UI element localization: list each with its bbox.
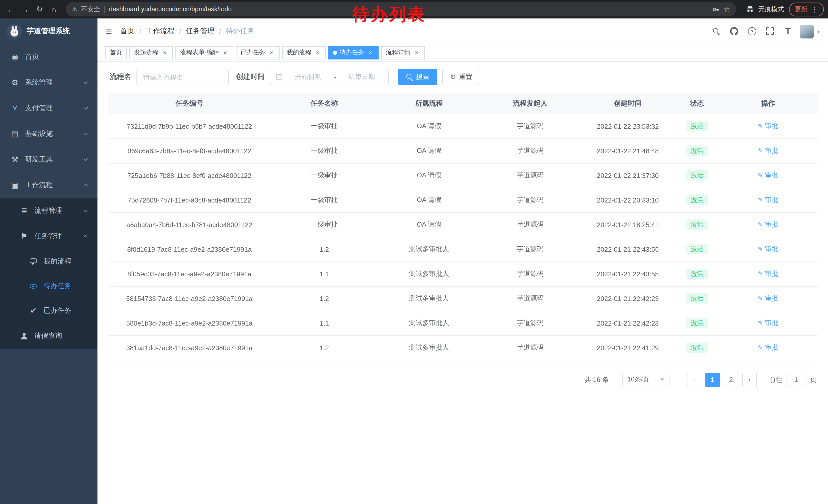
close-icon[interactable]: × bbox=[161, 49, 168, 56]
date-range-picker[interactable]: 开始日期 - 结束日期 bbox=[270, 69, 389, 85]
reload-icon[interactable]: ↻ bbox=[33, 3, 46, 16]
sidebar-collapse-icon[interactable]: ≡ bbox=[106, 26, 112, 37]
starter-cell: 芋道源码 bbox=[481, 237, 580, 262]
approve-link[interactable]: ✎ 审批 bbox=[758, 171, 778, 180]
created-cell: 2022-01-22 20:33:10 bbox=[580, 188, 676, 212]
sidebar-item-done-tasks[interactable]: ✔ 已办任务 bbox=[0, 299, 97, 323]
approve-link[interactable]: ✎ 审批 bbox=[758, 269, 778, 278]
close-icon[interactable]: × bbox=[367, 49, 374, 56]
sidebar-item-task-mgmt[interactable]: ⚑ 任务管理 bbox=[0, 224, 97, 249]
approve-label: 审批 bbox=[765, 318, 778, 328]
check-icon: ✔ bbox=[29, 306, 38, 315]
close-icon[interactable]: × bbox=[222, 49, 229, 56]
sidebar-item-payment[interactable]: ¥ 支付管理 bbox=[0, 95, 97, 121]
sidebar-logo[interactable]: 芋道管理系统 bbox=[0, 18, 97, 44]
created-cell: 2022-01-22 21:48:48 bbox=[580, 138, 676, 163]
task-row[interactable]: 381aa1dd-7ac8-11ec-a9e2-a2380e71991a 1.2… bbox=[108, 335, 818, 360]
approve-link[interactable]: ✎ 审批 bbox=[758, 122, 778, 131]
page-size-select[interactable]: 10条/页 bbox=[622, 372, 669, 387]
approve-link[interactable]: ✎ 审批 bbox=[758, 343, 778, 352]
search-icon[interactable] bbox=[710, 25, 722, 38]
task-row[interactable]: 58154733-7ac8-11ec-a9e2-a2380e71991a 1.2… bbox=[108, 286, 818, 311]
chevron-down-icon bbox=[84, 156, 88, 161]
update-button[interactable]: 更新 ⋮ bbox=[789, 2, 824, 16]
help-icon[interactable]: ? bbox=[746, 25, 758, 38]
sidebar-item-process-mgmt[interactable]: ≣ 流程管理 bbox=[0, 198, 97, 224]
avatar[interactable] bbox=[800, 25, 814, 38]
home-icon[interactable]: ⌂ bbox=[47, 3, 60, 16]
task-id-cell: 8f059c03-7ac8-11ec-a9e2-a2380e71991a bbox=[108, 262, 271, 286]
fullscreen-icon[interactable] bbox=[764, 25, 776, 38]
page-button-2[interactable]: 2 bbox=[724, 372, 738, 387]
key-icon[interactable] bbox=[712, 5, 720, 13]
status-cell: 激活 bbox=[676, 114, 718, 138]
task-row[interactable]: 069c6a63-7b8a-11ec-8ef0-acde48001122 一级审… bbox=[108, 138, 818, 163]
status-cell: 激活 bbox=[676, 212, 718, 237]
font-size-icon[interactable]: T bbox=[782, 25, 794, 38]
caret-down-icon[interactable]: ▾ bbox=[817, 29, 820, 34]
tab-start-process[interactable]: 发起流程 × bbox=[129, 46, 173, 59]
approve-link[interactable]: ✎ 审批 bbox=[758, 294, 778, 303]
github-icon[interactable] bbox=[728, 25, 740, 38]
breadcrumb-home[interactable]: 首页 bbox=[120, 27, 135, 36]
approve-link[interactable]: ✎ 审批 bbox=[758, 318, 778, 328]
sidebar-item-my-processes[interactable]: 我的流程 bbox=[0, 249, 97, 274]
reset-button[interactable]: ↻ 重置 bbox=[442, 69, 480, 85]
task-row[interactable]: 75d72608-7b7f-11ec-a3c8-acde48001122 一级审… bbox=[108, 188, 818, 212]
breadcrumb-task-mgmt[interactable]: 任务管理 bbox=[186, 27, 214, 36]
starter-cell: 芋道源码 bbox=[481, 335, 580, 360]
search-button[interactable]: 搜索 bbox=[398, 69, 437, 85]
task-row[interactable]: 8f0d1619-7ac8-11ec-a9e2-a2380e71991a 1.2… bbox=[108, 237, 818, 262]
next-page-button[interactable]: › bbox=[742, 372, 757, 387]
goto-page-input[interactable] bbox=[786, 372, 806, 387]
goto-unit-label: 页 bbox=[810, 375, 817, 384]
starter-cell: 芋道源码 bbox=[481, 188, 580, 212]
tab-home[interactable]: 首页 bbox=[105, 46, 127, 59]
task-row[interactable]: 725a1eb6-7b88-11ec-8ef0-acde48001122 一级审… bbox=[108, 163, 818, 188]
task-row[interactable]: 73211d9d-7b9b-11ec-b5b7-acde48001122 一级审… bbox=[108, 114, 818, 138]
sidebar-item-workflow[interactable]: ▣ 工作流程 bbox=[0, 172, 97, 198]
sidebar-item-devtools[interactable]: ⚒ 研发工具 bbox=[0, 147, 97, 172]
pagination: 共 16 条 10条/页 ‹ 1 2 › 前往 页 bbox=[108, 372, 818, 387]
approve-label: 审批 bbox=[765, 343, 778, 352]
process-name-input[interactable] bbox=[136, 69, 229, 85]
forward-icon[interactable]: → bbox=[18, 3, 32, 16]
sidebar-item-todo-tasks[interactable]: 待办任务 bbox=[0, 274, 97, 299]
sidebar-item-system[interactable]: ⚙ 系统管理 bbox=[0, 70, 97, 95]
create-time-label: 创建时间 bbox=[236, 72, 265, 82]
task-name-cell: 1.2 bbox=[271, 286, 378, 311]
status-badge: 激活 bbox=[686, 195, 708, 205]
sidebar-item-leave-query[interactable]: 请假查询 bbox=[0, 323, 97, 349]
tab-process-detail[interactable]: 流程详情 × bbox=[381, 46, 425, 59]
tab-my-processes[interactable]: 我的流程 × bbox=[282, 46, 326, 59]
prev-page-button[interactable]: ‹ bbox=[687, 372, 701, 387]
approve-link[interactable]: ✎ 审批 bbox=[758, 146, 778, 155]
close-icon[interactable]: × bbox=[314, 49, 321, 56]
sidebar-item-label: 研发工具 bbox=[25, 155, 53, 164]
task-row[interactable]: a6aba0a4-7b6d-11ec-b781-acde48001122 一级审… bbox=[108, 212, 818, 237]
sidebar-item-home[interactable]: ◉ 首页 bbox=[0, 44, 97, 70]
process-cell: OA 请假 bbox=[378, 138, 481, 163]
close-icon[interactable]: × bbox=[413, 49, 420, 56]
tab-process-form-edit[interactable]: 流程表单-编辑 × bbox=[175, 46, 234, 59]
sidebar-item-infra[interactable]: ▤ 基础设施 bbox=[0, 121, 97, 147]
action-cell: ✎ 审批 bbox=[718, 262, 818, 286]
task-name-cell: 1.2 bbox=[271, 335, 378, 360]
sidebar-item-label: 流程管理 bbox=[34, 206, 62, 215]
bookmark-star-icon[interactable]: ☆ bbox=[723, 5, 730, 13]
back-icon[interactable]: ← bbox=[4, 3, 17, 16]
menu-dots-icon[interactable]: ⋮ bbox=[811, 5, 818, 13]
page-button-1[interactable]: 1 bbox=[705, 372, 720, 387]
approve-link[interactable]: ✎ 审批 bbox=[758, 220, 778, 229]
breadcrumb-workflow[interactable]: 工作流程 bbox=[146, 27, 174, 36]
task-row[interactable]: 580e1b3d-7ac8-11ec-a9e2-a2380e71991a 1.1… bbox=[108, 311, 818, 335]
col-process: 所属流程 bbox=[378, 93, 481, 114]
warning-icon[interactable]: ⚠ bbox=[72, 6, 78, 13]
close-icon[interactable]: × bbox=[268, 49, 275, 56]
tab-done-tasks[interactable]: 已办任务 × bbox=[236, 46, 280, 59]
task-row[interactable]: 8f059c03-7ac8-11ec-a9e2-a2380e71991a 1.1… bbox=[108, 262, 818, 286]
approve-link[interactable]: ✎ 审批 bbox=[758, 195, 778, 204]
breadcrumb-separator: / bbox=[219, 27, 221, 35]
tab-todo-tasks[interactable]: 待办任务 × bbox=[328, 46, 379, 59]
approve-link[interactable]: ✎ 审批 bbox=[758, 244, 778, 254]
